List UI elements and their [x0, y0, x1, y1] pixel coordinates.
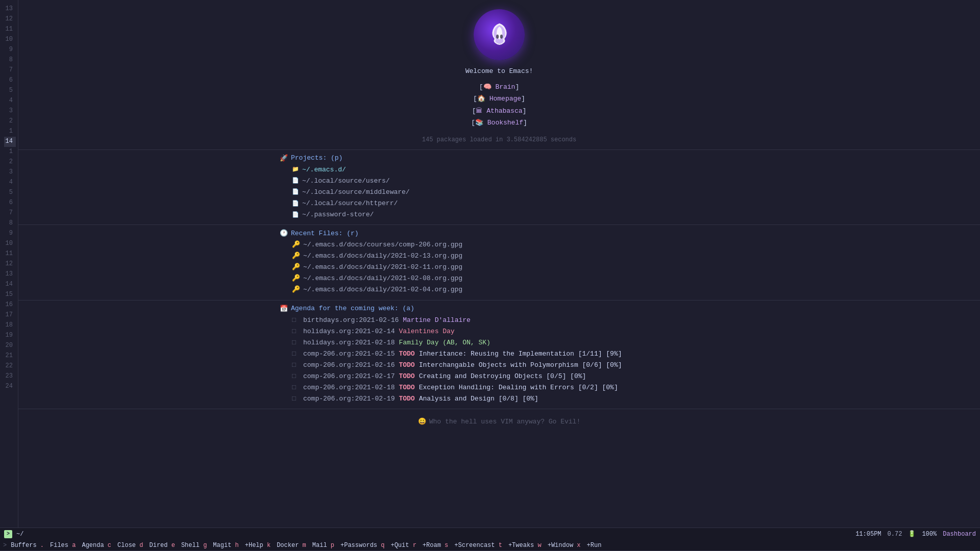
project-item[interactable]: 📄 ~/.password-store/: [292, 209, 719, 220]
battery-icon: 🔋: [908, 530, 916, 538]
divider-2: [18, 224, 980, 225]
agenda-list: □ birthdays.org:2021-02-16 Martine D'all…: [280, 315, 719, 405]
welcome-text: Welcome to Emacs!: [465, 67, 533, 75]
status-time: 11:05PM: [855, 531, 881, 538]
rocket-icon: 🚀: [280, 154, 288, 162]
doc-icon: □: [292, 326, 299, 337]
divider-4: [18, 409, 980, 409]
menu-help[interactable]: +Help k: [242, 541, 274, 550]
project-item[interactable]: 📄 ~/.local/source/middleware/: [292, 187, 719, 198]
recent-file-item[interactable]: 🔑 ~/.emacs.d/docs/daily/2021-02-11.org.g…: [292, 262, 719, 273]
doc-icon: □: [292, 337, 299, 348]
menu-roam[interactable]: +Roam s: [420, 541, 451, 550]
menu-close[interactable]: Close d: [114, 541, 146, 550]
status-dashboard: Dashboard: [943, 531, 976, 538]
evil-text: 😀 Who the hell uses VIM anyway? Go Evil!: [418, 417, 580, 425]
menu-dired[interactable]: Dired e: [146, 541, 178, 550]
project-item[interactable]: 📁 ~/.emacs.d/: [292, 164, 719, 176]
doc-icon: □: [292, 360, 299, 371]
agenda-section: 📅 Agenda for the coming week: (a) □ birt…: [270, 305, 729, 405]
emacs-logo-circle: [474, 9, 525, 60]
recent-files-section: 🕐 Recent Files: (r) 🔑 ~/.emacs.d/docs/co…: [270, 229, 729, 295]
nav-link-bookshelf[interactable]: [📚 Bookshelf]: [471, 117, 527, 129]
agenda-item-todo-2[interactable]: □ comp-206.org:2021-02-16 TODO Interchan…: [292, 360, 719, 371]
agenda-item-holiday[interactable]: □ holidays.org:2021-02-14 Valentines Day: [292, 326, 719, 337]
status-left: > ~/: [4, 530, 23, 538]
status-bar: > ~/ 11:05PM 0.72 🔋 100% Dashboard: [0, 528, 980, 540]
menu-quit[interactable]: +Quit r: [387, 541, 419, 550]
doc-icon: □: [292, 315, 299, 326]
recent-file-item[interactable]: 🔑 ~/.emacs.d/docs/courses/comp-206.org.g…: [292, 239, 719, 251]
menu-run[interactable]: +Run: [584, 541, 605, 550]
menu-buffers[interactable]: Buffers .: [8, 541, 47, 550]
file-icon: 📄: [292, 187, 299, 197]
doc-icon: □: [292, 348, 299, 360]
projects-list: 📁 ~/.emacs.d/ 📄 ~/.local/source/users/ 📄…: [280, 164, 719, 220]
file-icon: 📄: [292, 210, 299, 220]
menu-shell[interactable]: Shell g: [178, 541, 210, 550]
packages-loaded-text: 145 packages loaded in 3.584242885 secon…: [422, 136, 576, 143]
projects-section: 🚀 Projects: (p) 📁 ~/.emacs.d/ 📄 ~/.local…: [270, 154, 729, 220]
doc-icon: □: [292, 393, 299, 405]
agenda-item-holiday-green[interactable]: □ holidays.org:2021-02-18 Family Day (AB…: [292, 337, 719, 348]
svg-point-0: [496, 34, 499, 38]
folder-icon: 📁: [292, 165, 299, 174]
status-path: ~/: [16, 531, 23, 538]
recent-file-item[interactable]: 🔑 ~/.emacs.d/docs/daily/2021-02-13.org.g…: [292, 251, 719, 262]
menu-bar: > Buffers . Files a Agenda c Close d Dir…: [0, 540, 980, 551]
menu-tweaks[interactable]: +Tweaks w: [505, 541, 545, 550]
menu-screencast[interactable]: +Screencast t: [451, 541, 505, 550]
menu-window[interactable]: +Window x: [545, 541, 584, 550]
calendar-icon: 📅: [280, 305, 288, 313]
project-item[interactable]: 📄 ~/.local/source/users/: [292, 176, 719, 187]
recent-file-item[interactable]: 🔑 ~/.emacs.d/docs/daily/2021-02-04.org.g…: [292, 284, 719, 295]
agenda-item-todo-4[interactable]: □ comp-206.org:2021-02-18 TODO Exception…: [292, 382, 719, 393]
menu-magit[interactable]: Magit h: [210, 541, 241, 550]
file-icon: 📄: [292, 176, 299, 186]
key-icon: 🔑: [292, 239, 300, 251]
key-icon: 🔑: [292, 251, 300, 262]
key-icon: 🔑: [292, 284, 300, 295]
nav-link-homepage[interactable]: [🏠 Homepage]: [471, 93, 527, 105]
agenda-item-birthday[interactable]: □ birthdays.org:2021-02-16 Martine D'all…: [292, 315, 719, 326]
status-load: 0.72: [888, 531, 902, 538]
nav-links: [🧠 Brain] [🏠 Homepage] [🏛 Athabasca] [📚 …: [471, 81, 527, 129]
status-indicator: >: [4, 530, 12, 538]
projects-header: 🚀 Projects: (p): [280, 154, 719, 162]
divider-1: [18, 149, 980, 150]
divider-3: [18, 300, 980, 300]
menu-passwords[interactable]: +Passwords q: [337, 541, 387, 550]
menu-agenda[interactable]: Agenda c: [79, 541, 114, 550]
menu-mail[interactable]: Mail p: [309, 541, 337, 550]
project-item[interactable]: 📄 ~/.local/source/httperr/: [292, 198, 719, 209]
svg-point-1: [500, 34, 502, 38]
content-area: Welcome to Emacs! [🧠 Brain] [🏠 Homepage]…: [18, 0, 980, 528]
clock-icon: 🕐: [280, 229, 288, 237]
recent-file-item[interactable]: 🔑 ~/.emacs.d/docs/daily/2021-02-08.org.g…: [292, 273, 719, 284]
menu-arrow: >: [2, 542, 8, 549]
emacs-logo: [474, 9, 525, 60]
line-numbers: 13 12 11 10 9 8 7 6 5 4 3 2 1 14 1 2 3 4…: [0, 0, 18, 528]
status-right: 11:05PM 0.72 🔋 100% Dashboard: [855, 530, 976, 538]
agenda-item-todo-3[interactable]: □ comp-206.org:2021-02-17 TODO Creating …: [292, 371, 719, 382]
agenda-item-todo-1[interactable]: □ comp-206.org:2021-02-15 TODO Inheritan…: [292, 348, 719, 360]
emacs-logo-svg: [483, 18, 516, 52]
agenda-item-todo-5[interactable]: □ comp-206.org:2021-02-19 TODO Analysis …: [292, 393, 719, 405]
battery-percent: 100%: [922, 531, 937, 538]
agenda-header: 📅 Agenda for the coming week: (a): [280, 305, 719, 313]
nav-link-athabasca[interactable]: [🏛 Athabasca]: [471, 105, 527, 117]
recent-files-header: 🕐 Recent Files: (r): [280, 229, 719, 237]
file-icon: 📄: [292, 199, 299, 209]
doc-icon: □: [292, 382, 299, 393]
key-icon: 🔑: [292, 273, 300, 284]
key-icon: 🔑: [292, 262, 300, 273]
nav-link-brain[interactable]: [🧠 Brain]: [471, 81, 527, 93]
menu-files[interactable]: Files a: [47, 541, 79, 550]
doc-icon: □: [292, 371, 299, 382]
menu-docker[interactable]: Docker m: [274, 541, 309, 550]
recent-files-list: 🔑 ~/.emacs.d/docs/courses/comp-206.org.g…: [280, 239, 719, 295]
evil-icon: 😀: [418, 417, 426, 425]
